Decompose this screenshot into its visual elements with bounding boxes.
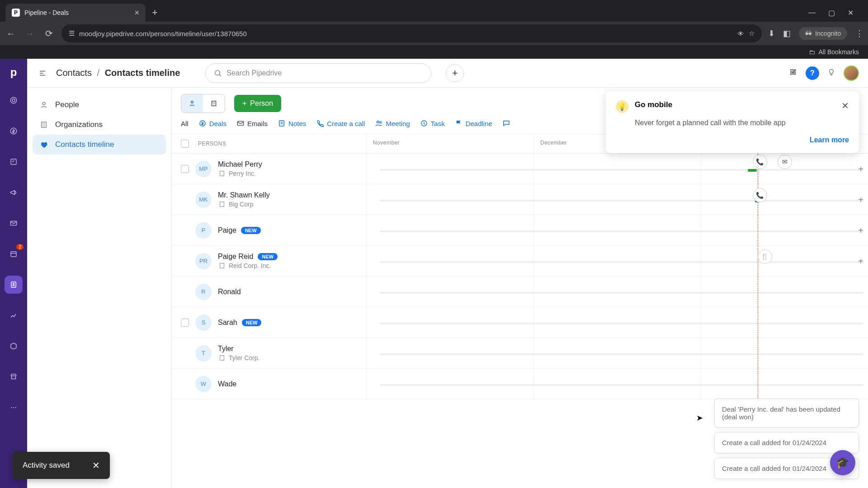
add-activity-button[interactable]: +	[858, 225, 863, 235]
close-window-icon[interactable]: ✕	[848, 9, 854, 17]
add-activity-button[interactable]: +	[858, 164, 863, 174]
activity-marker[interactable]: ✉	[778, 155, 792, 169]
person-name[interactable]: Paige ReidNEW	[218, 253, 278, 261]
select-all-checkbox[interactable]	[181, 140, 189, 148]
person-row[interactable]: TTylerTyler Corp.	[172, 338, 868, 369]
person-row[interactable]: SSarahNEW	[172, 307, 868, 338]
rail-calendar-icon[interactable]: 2	[5, 245, 23, 263]
rail-products-icon[interactable]	[5, 337, 23, 355]
person-row[interactable]: RRonald	[172, 277, 868, 307]
sidebar-item-timeline[interactable]: Contacts timeline	[33, 135, 166, 155]
rail-dollar-icon[interactable]	[5, 122, 23, 140]
breadcrumb-root[interactable]: Contacts	[56, 68, 92, 78]
menu-icon[interactable]: ⋮	[855, 28, 863, 38]
person-timeline[interactable]	[366, 307, 868, 338]
promo-learn-more-link[interactable]: Learn more	[616, 136, 849, 144]
person-row[interactable]: MKMr. Shawn KellyBig Corp📞+	[172, 184, 868, 215]
help-icon[interactable]: ?	[806, 66, 819, 80]
browser-tab[interactable]: P Pipeline - Deals ×	[5, 4, 146, 22]
activity-marker[interactable]: 🍴	[758, 249, 772, 264]
side-panel-icon[interactable]: ◧	[783, 28, 791, 38]
incognito-chip[interactable]: 🕶 Incognito	[799, 27, 847, 40]
filter-task[interactable]: Task	[420, 119, 445, 127]
star-icon[interactable]: ☆	[749, 29, 755, 38]
rail-contacts-icon[interactable]	[5, 276, 23, 294]
rail-insights-icon[interactable]	[5, 306, 23, 324]
close-icon[interactable]: ✕	[841, 100, 849, 111]
filter-more[interactable]	[502, 119, 510, 127]
eye-off-icon[interactable]: 👁	[737, 30, 744, 38]
person-row[interactable]: WWade	[172, 369, 868, 399]
help-fab[interactable]: 🎓	[830, 450, 855, 475]
person-row[interactable]: MPMichael PerryPerry Inc.📞✉+	[172, 154, 868, 184]
person-name[interactable]: PaigeNEW	[218, 226, 261, 235]
close-tab-icon[interactable]: ×	[134, 8, 139, 18]
row-checkbox[interactable]	[181, 165, 189, 173]
person-name[interactable]: SarahNEW	[218, 319, 261, 327]
person-timeline[interactable]: +	[366, 215, 868, 245]
add-person-button[interactable]: + Person	[234, 95, 281, 112]
breadcrumb-current: Contacts timeline	[105, 68, 180, 78]
maximize-icon[interactable]: ▢	[828, 9, 835, 17]
filter-notes[interactable]: Notes	[278, 119, 306, 127]
svg-point-14	[191, 101, 193, 103]
sidebar-item-people[interactable]: People	[33, 95, 166, 115]
site-settings-icon[interactable]: ☰	[69, 29, 75, 38]
search-input[interactable]: Search Pipedrive	[205, 63, 431, 83]
back-button[interactable]: ←	[5, 27, 17, 40]
person-timeline[interactable]: 🍴+	[366, 246, 868, 276]
timeline-rows: MPMichael PerryPerry Inc.📞✉+MKMr. Shawn …	[172, 154, 868, 399]
close-icon[interactable]: ✕	[92, 460, 100, 471]
person-name[interactable]: Wade	[218, 380, 236, 388]
person-timeline[interactable]	[366, 277, 868, 307]
rail-checklist-icon[interactable]	[5, 153, 23, 171]
all-bookmarks-button[interactable]: All Bookmarks	[819, 48, 859, 56]
filter-deadline[interactable]: Deadline	[455, 119, 492, 127]
person-timeline[interactable]: 📞✉+	[366, 154, 868, 184]
row-checkbox[interactable]	[181, 319, 189, 327]
view-person-button[interactable]	[181, 94, 203, 113]
notification-toast[interactable]: Deal 'Perry Inc. deal' has been updated …	[714, 399, 859, 427]
rail-marketplace-icon[interactable]	[5, 368, 23, 386]
person-icon	[39, 101, 49, 109]
bulb-icon[interactable]	[827, 68, 835, 78]
person-name[interactable]: Mr. Shawn Kelly	[218, 191, 270, 199]
sidebar-item-label: Contacts timeline	[55, 140, 114, 149]
timeline-track	[380, 261, 863, 263]
filter-meeting[interactable]: Meeting	[375, 119, 410, 127]
filter-all[interactable]: All	[181, 120, 189, 127]
rail-target-icon[interactable]	[5, 91, 23, 109]
download-icon[interactable]: ⬇	[768, 28, 775, 38]
minimize-icon[interactable]: —	[808, 9, 816, 17]
person-row[interactable]: PRPaige ReidNEWReid Corp. Inc.🍴+	[172, 246, 868, 277]
person-timeline[interactable]: 📞+	[366, 184, 868, 215]
rail-more-icon[interactable]	[5, 399, 23, 417]
filter-create-call[interactable]: Create a call	[316, 119, 365, 127]
person-name[interactable]: Ronald	[218, 288, 241, 296]
add-activity-button[interactable]: +	[858, 194, 863, 205]
person-timeline[interactable]	[366, 338, 868, 368]
add-activity-button[interactable]: +	[858, 256, 863, 266]
person-name[interactable]: Tyler	[218, 345, 259, 353]
person-row[interactable]: PPaigeNEW+	[172, 215, 868, 246]
view-org-button[interactable]	[203, 94, 225, 113]
rail-mail-icon[interactable]	[5, 214, 23, 232]
filter-emails[interactable]: Emails	[236, 119, 268, 127]
extensions-icon[interactable]	[789, 68, 797, 78]
collapse-sidebar-icon[interactable]	[36, 67, 49, 80]
url-field[interactable]: ☰ moodjoy.pipedrive.com/persons/timeline…	[61, 24, 762, 42]
filter-deals[interactable]: Deals	[198, 119, 226, 127]
quick-add-button[interactable]: +	[446, 64, 464, 82]
reload-button[interactable]: ⟳	[42, 27, 55, 40]
view-toggle	[181, 94, 225, 113]
rail-megaphone-icon[interactable]	[5, 183, 23, 202]
logo-icon[interactable]: p	[10, 66, 17, 79]
person-name[interactable]: Michael Perry	[218, 160, 262, 169]
new-tab-button[interactable]: +	[147, 7, 162, 19]
notification-toast[interactable]: Create a call added for 01/24/2024	[714, 432, 859, 453]
sidebar-item-organizations[interactable]: Organizations	[33, 115, 166, 135]
user-avatar[interactable]	[844, 66, 859, 81]
activity-marker[interactable]: 📞	[753, 155, 767, 169]
activity-marker[interactable]: 📞	[753, 188, 767, 202]
person-timeline[interactable]	[366, 369, 868, 399]
